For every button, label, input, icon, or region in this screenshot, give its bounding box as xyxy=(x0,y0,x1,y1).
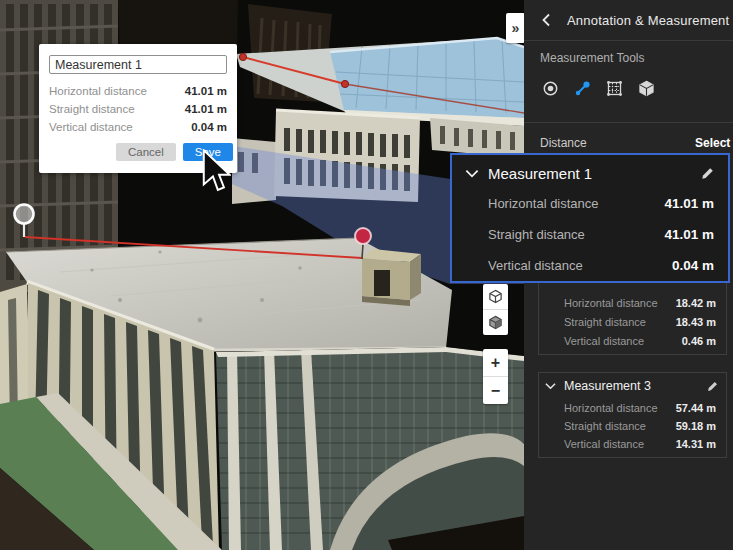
measurement-row: Straight distance 18.43 m xyxy=(539,312,726,331)
row-label: Vertical distance xyxy=(564,335,644,347)
row-label: Horizontal distance xyxy=(49,85,147,97)
selected-measurement-panel[interactable]: Measurement 1 Horizontal distance 41.01 … xyxy=(450,153,730,283)
measurement-row: Horizontal distance 18.42 m xyxy=(539,293,726,312)
row-label: Horizontal distance xyxy=(564,402,658,414)
distance-list-header: Distance Select All xyxy=(524,132,733,154)
row-value: 0.04 m xyxy=(672,258,714,273)
row-value: 41.01 m xyxy=(185,103,227,115)
dialog-measurement-rows: Horizontal distance 41.01 m Straight dis… xyxy=(49,82,227,136)
point-tool-button[interactable] xyxy=(540,78,560,98)
zoom-controls: + − xyxy=(483,349,508,404)
back-chevron-icon[interactable] xyxy=(540,13,554,27)
row-label: Vertical distance xyxy=(49,121,133,133)
cube-wireframe-icon xyxy=(488,289,503,304)
row-value: 0.46 m xyxy=(682,335,716,347)
measurement-rows: Horizontal distance 41.01 m Straight dis… xyxy=(452,188,728,281)
row-label: Horizontal distance xyxy=(488,196,599,211)
edit-pencil-icon[interactable] xyxy=(701,167,714,180)
measurement-name: Measurement 3 xyxy=(564,379,707,393)
line-two-points-icon xyxy=(574,80,591,97)
measurement-row: Vertical distance 14.31 m xyxy=(539,435,726,453)
zoom-in-button[interactable]: + xyxy=(483,349,508,376)
panel-header: Annotation & Measurement xyxy=(524,0,733,41)
row-label: Straight distance xyxy=(49,103,135,115)
view-cube-solid-button[interactable] xyxy=(483,309,508,335)
edit-pencil-icon[interactable] xyxy=(707,381,718,392)
dialog-row: Vertical distance 0.04 m xyxy=(49,118,227,136)
double-chevron-right-icon: » xyxy=(512,20,520,36)
row-value: 41.01 m xyxy=(664,227,714,242)
tools-row xyxy=(540,78,733,98)
cancel-button[interactable]: Cancel xyxy=(116,143,176,161)
measurement-name: Measurement 1 xyxy=(488,165,701,182)
measurement-row: Horizontal distance 57.44 m xyxy=(539,399,726,417)
tools-section-label: Measurement Tools xyxy=(540,51,733,65)
circle-dot-icon xyxy=(542,80,559,97)
row-value: 41.01 m xyxy=(664,196,714,211)
measurement-header[interactable]: Measurement 3 xyxy=(539,373,726,399)
dialog-buttons: Cancel Save xyxy=(116,143,233,161)
measurement-row: Horizontal distance 41.01 m xyxy=(452,188,728,219)
measurement-list-item[interactable]: Measurement 3 Horizontal distance 57.44 … xyxy=(538,372,727,458)
measurement-row: Vertical distance 0.46 m xyxy=(539,331,726,350)
area-tool-button[interactable] xyxy=(604,78,624,98)
3d-viewport[interactable]: » + − Hor xyxy=(0,0,524,550)
measure-pin-start[interactable] xyxy=(15,205,34,224)
panel-title: Annotation & Measurement xyxy=(567,13,729,28)
volume-tool-button[interactable] xyxy=(636,78,656,98)
dialog-row: Horizontal distance 41.01 m xyxy=(49,82,227,100)
row-label: Straight distance xyxy=(564,420,646,432)
row-value: 18.43 m xyxy=(676,316,716,328)
row-label: Straight distance xyxy=(564,316,646,328)
dashed-square-icon xyxy=(606,80,623,97)
save-button[interactable]: Save xyxy=(183,143,233,161)
measurement-name-input[interactable] xyxy=(49,55,227,74)
chevron-down-icon xyxy=(465,169,479,178)
measure-point-marker[interactable] xyxy=(341,80,348,87)
row-value: 59.18 m xyxy=(676,420,716,432)
view-cube-wireframe-button[interactable] xyxy=(483,284,508,309)
row-label: Vertical distance xyxy=(564,438,644,450)
row-label: Vertical distance xyxy=(488,258,583,273)
row-value: 18.42 m xyxy=(676,297,716,309)
measurement-tools-section: Measurement Tools xyxy=(524,41,733,123)
row-label: Horizontal distance xyxy=(564,297,658,309)
row-value: 0.04 m xyxy=(191,121,227,133)
row-value: 14.31 m xyxy=(676,438,716,450)
row-label: Straight distance xyxy=(488,227,585,242)
expand-panel-button[interactable]: » xyxy=(506,13,525,43)
distance-tool-button[interactable] xyxy=(572,78,592,98)
measurement-row: Straight distance 59.18 m xyxy=(539,417,726,435)
cube-solid-icon xyxy=(488,315,503,330)
zoom-out-button[interactable]: − xyxy=(483,376,508,404)
select-all-button[interactable]: Select All xyxy=(695,136,733,150)
measurement-save-dialog: Horizontal distance 41.01 m Straight dis… xyxy=(39,44,237,173)
row-value: 57.44 m xyxy=(676,402,716,414)
view-mode-controls xyxy=(483,284,508,335)
measurement-row: Straight distance 41.01 m xyxy=(452,219,728,250)
measurement-row: Vertical distance 0.04 m xyxy=(452,250,728,281)
cube-icon xyxy=(638,80,655,97)
dialog-row: Straight distance 41.01 m xyxy=(49,100,227,118)
distance-label: Distance xyxy=(540,136,587,150)
measure-pin-end[interactable] xyxy=(355,228,371,244)
app-window: » + − Hor xyxy=(0,0,733,550)
measurement-header[interactable]: Measurement 1 xyxy=(452,155,728,182)
measure-point-marker[interactable] xyxy=(239,53,246,60)
row-value: 41.01 m xyxy=(185,85,227,97)
chevron-down-icon xyxy=(545,382,556,390)
